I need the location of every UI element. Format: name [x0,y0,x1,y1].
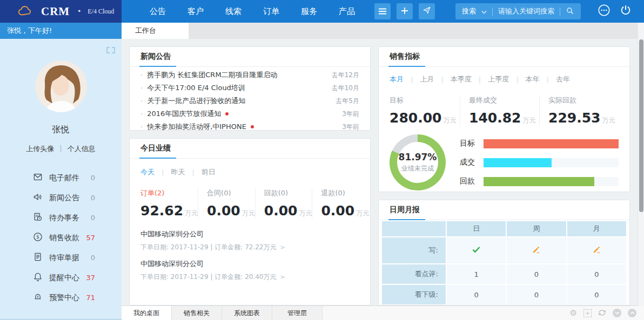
report-cell[interactable] [507,237,566,263]
news-list: · 携手鹏为 长虹集团CRM二期项目隆重启动 去年12月 · 今天下午17:00… [130,67,370,133]
report-cell[interactable]: 0 [507,264,566,284]
brand-logo[interactable]: CRM • E/4 Cloud [0,0,122,23]
nav-item-announcements[interactable]: 公告 [139,0,177,23]
vertical-scrollbar[interactable] [638,23,644,306]
today-card-title: 今日业绩 [140,139,171,158]
sidebar-item-label: 电子邮件 [49,173,79,183]
report-cell[interactable]: 0 [447,285,506,304]
send-button[interactable] [419,3,435,19]
sales-card-header: 销售指标 [379,47,629,67]
collapse-sidebar-icon[interactable] [106,45,115,56]
nav-item-customers[interactable]: 客户 [177,0,214,23]
sidebar-item-email[interactable]: 电子邮件 0 [32,168,95,188]
footer-tab-sales[interactable]: 销售相关 [172,306,222,320]
footer-icons: ⚙ + [570,306,644,320]
footer-tab-management[interactable]: 管理层 [272,306,323,320]
sidebar-item-reminders[interactable]: 提醒中心 37 [32,268,95,288]
news-item-text[interactable]: 2016年国庆节放假通知 [147,109,221,119]
today-card-header: 今日业绩 [130,139,370,159]
report-row-label: 写: [382,237,446,263]
report-table: 日 周 月 写: 看点评: [381,220,627,305]
nav-item-leads[interactable]: 线索 [214,0,252,23]
bullet-icon: · [140,97,143,105]
greeting-bar: 张悦，下午好! [0,23,122,39]
search-bar[interactable]: 搜索 请输入关键词搜索 [455,3,581,19]
add-button[interactable] [397,3,413,19]
stat-value: 0.00万元 [207,203,255,219]
report-cell[interactable] [567,237,626,263]
news-item[interactable]: · 2016年国庆节放假通知 3年前 [140,107,359,120]
news-item[interactable]: · 关于新一批产品进行验收的通知 去年5月 [140,94,359,107]
news-item-date: 3年前 [336,122,359,132]
sidebar-item-payments[interactable]: $ 销售收款 57 [32,228,95,248]
report-cell[interactable]: 1 [447,264,506,284]
sales-card-body: 本月 | 上月 | 本季度 | 上季度 | 本年 | 去年 [379,67,629,190]
bar-row: 目标 [460,139,619,148]
news-card: 新闻公告 · 携手鹏为 长虹集团CRM二期项目隆重启动 去年12月 · [129,46,371,131]
period-tab-yesterday[interactable]: 昨天 [171,167,185,177]
search-input[interactable]: 请输入关键词搜索 [498,6,554,16]
nav-item-products[interactable]: 产品 [328,0,366,23]
report-cell[interactable]: 0 [567,264,626,284]
more-options-button[interactable] [597,3,611,19]
menu-button[interactable] [374,3,391,19]
period-tab-today[interactable]: 今天 [140,167,155,177]
add-widget-icon[interactable]: + [583,309,592,317]
sales-period-tabs: 本月 | 上月 | 本季度 | 上季度 | 本年 | 去年 [390,74,619,84]
order-item[interactable]: 中国移动深圳分公司 下单日期: 2017-11-29 | 订单金额: 72.22… [140,229,359,252]
news-item-text[interactable]: 携手鹏为 长虹集团CRM二期项目隆重启动 [147,70,277,80]
gear-icon[interactable]: ⚙ [570,309,577,317]
stat-orders: 订单(2) 92.62万元 [140,188,198,219]
news-item-date: 去年5月 [329,97,359,106]
order-item[interactable]: 中国移动深圳分公司 下单日期: 2017-11-29 | 订单金额: 20.40… [140,259,359,282]
nav-item-services[interactable]: 服务 [290,0,328,23]
report-cell[interactable] [447,237,506,263]
sales-tab-this-month[interactable]: 本月 [390,74,404,84]
personal-info-link[interactable]: 个人信息 [68,144,96,154]
user-links: 上传头像 | 个人信息 [0,144,122,154]
brand-separator: • [77,8,81,15]
scroll-up-icon[interactable] [628,309,636,317]
report-cell[interactable]: 0 [507,285,566,304]
news-item[interactable]: · 快来参加抽奖活动呀,中IPHONE 3年前 [140,120,359,133]
sales-tab-this-quarter[interactable]: 本季度 [451,74,472,84]
report-cell[interactable]: 0 [567,285,626,304]
tab-workspace[interactable]: 工作台 [122,23,189,39]
report-row-write: 写: [382,237,626,263]
sales-tab-last-year[interactable]: 去年 [556,74,570,84]
news-item[interactable]: · 携手鹏为 长虹集团CRM二期项目隆重启动 去年12月 [140,69,359,81]
scrollbar-thumb[interactable] [639,39,643,212]
order-company[interactable]: 中国移动深圳分公司 [140,229,359,239]
order-meta: 下单日期: 2017-11-29 | 订单金额: 72.22万元 > [140,243,359,252]
stat-value: 0.00万元 [321,203,369,219]
sidebar-item-news[interactable]: 新闻公告 0 [32,188,95,208]
sales-tab-last-month[interactable]: 上月 [420,74,434,84]
news-item-text[interactable]: 关于新一批产品进行验收的通知 [147,96,245,106]
nav-item-orders[interactable]: 订单 [252,0,290,23]
footer-tab-system-charts[interactable]: 系统图表 [222,306,272,320]
news-item-text[interactable]: 快来参加抽奖活动呀,中IPHONE [147,122,246,132]
avatar[interactable] [35,60,87,112]
search-icon[interactable] [566,6,574,17]
sidebar-item-pending-docs[interactable]: 待审单据 0 [32,248,95,268]
footer-tab-my-desktop[interactable]: 我的桌面 [122,306,172,320]
chevron-right-icon[interactable]: > [280,274,285,281]
news-item[interactable]: · 今天下午17:00 E/4 Cloud培训 去年10月 [140,81,359,94]
order-company[interactable]: 中国移动深圳分公司 [140,259,359,269]
search-scope-label[interactable]: 搜索 [462,6,476,16]
chevron-right-icon[interactable]: > [280,244,285,251]
left-column: 新闻公告 · 携手鹏为 长虹集团CRM二期项目隆重启动 去年12月 · [129,46,371,305]
sidebar-item-todos[interactable]: 待办事务 0 [32,208,95,228]
sidebar-item-alerts[interactable]: 预警中心 71 [32,288,95,308]
cloud-logo-icon [17,5,36,18]
refresh-icon[interactable] [598,308,606,318]
logout-button[interactable] [619,4,632,19]
sales-tab-this-year[interactable]: 本年 [526,74,540,84]
scroll-down-icon[interactable] [613,309,621,317]
period-tab-day-before[interactable]: 前日 [202,167,216,177]
bullet-icon: · [140,110,143,118]
news-item-text[interactable]: 今天下午17:00 E/4 Cloud培训 [147,83,245,93]
stat-label: 合同(0) [207,188,255,198]
upload-avatar-link[interactable]: 上传头像 [26,144,54,154]
sales-tab-last-quarter[interactable]: 上季度 [488,74,509,84]
